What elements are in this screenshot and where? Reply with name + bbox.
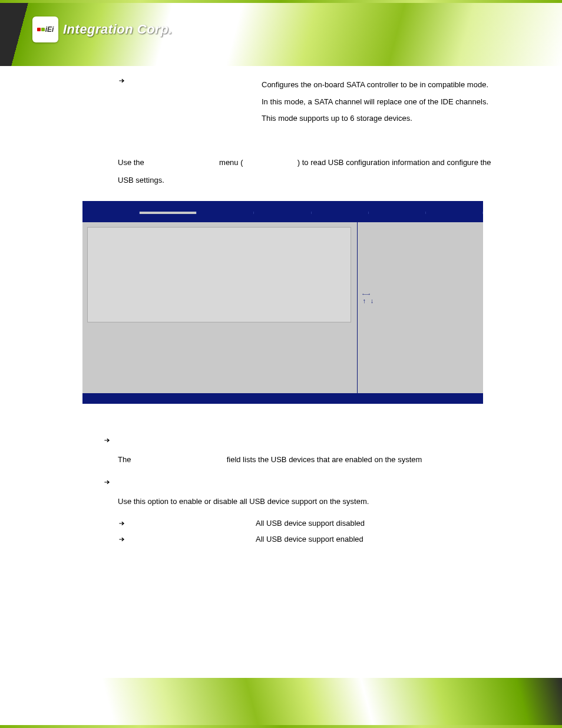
bios-help-pane: ←→ ↑ ↓ [358,222,379,393]
logo-brand: iEi [45,25,54,34]
page-content: Configures the on-board SATA controller … [82,77,503,555]
nav-left-right-icon: ←→ [362,291,374,298]
post-bios-text: The field lists the USB devices that are… [103,436,503,544]
usb-devices-enabled-item: The field lists the USB devices that are… [103,436,503,466]
logo-dot-red [37,28,41,31]
usb-function-item: Use this option to enable or disable all… [103,478,503,543]
logo-text: Integration Corp. [63,22,173,37]
bios-tab-boot [254,212,311,214]
bios-footer [82,393,483,404]
compatible-mode-block: Configures the on-board SATA controller … [82,77,503,127]
usb-config-intro: Use the menu ( ) to read USB configurati… [118,154,495,189]
arrow-right-icon [118,77,126,85]
bios-tab-main [82,212,140,214]
logo: iEi Integration Corp. [32,17,173,42]
intro-suffix: ) to read USB configuration information … [118,158,491,185]
bios-tab-advanced [140,212,197,214]
option-disabled-desc: All USB device support disabled [256,519,365,528]
usb-devices-text: The field lists the USB devices that are… [118,453,503,466]
bios-tab-chipset [369,212,426,214]
arrow-right-icon [103,436,111,444]
bios-left-pane [82,222,358,393]
bios-tab-security [312,212,369,214]
bios-titlebar [82,201,483,212]
bios-tab-exit [426,212,483,214]
nav-up-down-icon: ↑ ↓ [362,298,374,305]
usb-devices-suffix: field lists the USB devices that are ena… [227,455,422,464]
arrow-right-icon [103,478,111,486]
arrow-right-icon [118,519,126,528]
bios-body: ←→ ↑ ↓ [82,222,483,393]
intro-prefix: Use the [118,158,144,167]
usb-devices-prefix: The [118,455,131,464]
usb-function-options: All USB device support disabled All USB … [118,519,503,543]
logo-dot-green [41,28,45,31]
logo-mark: iEi [32,17,58,42]
bios-tab-pcipnp [197,212,254,214]
arrow-right-icon [118,535,126,543]
bios-tab-row [82,212,483,222]
option-enabled-desc: All USB device support enabled [256,535,363,543]
compatible-mode-description: Configures the on-board SATA controller … [262,77,488,127]
usb-function-desc: Use this option to enable or disable all… [118,495,503,508]
intro-mid: menu ( [219,158,243,167]
bios-settings-area [87,227,351,322]
footer-banner [0,678,562,728]
bios-screenshot: ←→ ↑ ↓ [82,201,483,404]
option-enabled: All USB device support enabled [118,535,503,543]
header-banner: iEi Integration Corp. [0,0,562,66]
option-disabled: All USB device support disabled [118,519,503,528]
